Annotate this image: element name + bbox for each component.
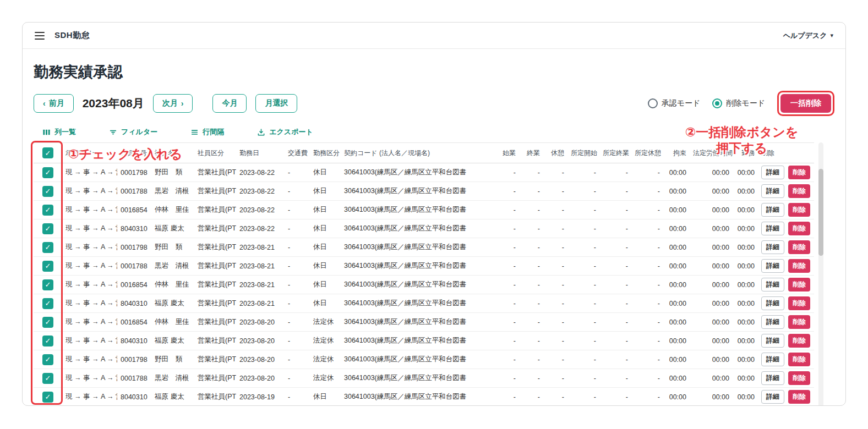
filter-button[interactable]: フィルター (109, 127, 157, 137)
work-type-cell: 休日 (310, 163, 341, 182)
scheduled-end-cell: - (599, 182, 631, 201)
row-spacing-button[interactable]: 行間隔 (190, 127, 224, 137)
check-icon: ✓ (45, 299, 51, 307)
work-hours-cell: 00:00 (733, 163, 758, 182)
delete-button[interactable]: 削除 (788, 259, 810, 273)
scheduled-start-cell: - (567, 388, 599, 406)
prev-month-button[interactable]: ‹ 前月 (34, 94, 74, 113)
delete-button[interactable]: 削除 (788, 222, 810, 235)
detail-button[interactable]: 詳細 (761, 334, 784, 348)
header-scheduled-end: 所定終業 (599, 143, 631, 163)
approve-mode-radio[interactable]: 承認モード (648, 98, 701, 108)
select-all-checkbox[interactable]: ✓ (42, 147, 53, 158)
detail-button[interactable]: 詳細 (761, 371, 784, 385)
legal-hours-cell: 00:00 (690, 182, 733, 201)
legal-hours-cell: 00:00 (690, 238, 733, 257)
legal-hours-cell: 00:00 (690, 388, 733, 406)
employee-category-cell: 営業社員(PT (194, 276, 236, 294)
help-desk-menu[interactable]: ヘルプデスク ▾ (783, 31, 833, 41)
delete-button[interactable]: 削除 (788, 334, 810, 348)
work-type-cell: 休日 (310, 257, 341, 276)
row-checkbox[interactable]: ✓ (42, 392, 53, 403)
next-month-button[interactable]: 次月 › (153, 94, 193, 113)
this-month-button[interactable]: 今月 (212, 94, 247, 113)
detail-button[interactable]: 詳細 (761, 240, 784, 254)
employee-number-cell: 8040310 (117, 294, 151, 313)
contract-code-cell: 30641003(練馬区／練馬区立平和台図書 (341, 257, 495, 276)
header-employee-number: 社員番号 (117, 143, 151, 163)
work-hours-cell: 00:00 (733, 276, 758, 294)
row-checkbox[interactable]: ✓ (42, 279, 53, 290)
restraint-cell: 00:00 (663, 276, 690, 294)
row-checkbox[interactable]: ✓ (42, 167, 53, 178)
scheduled-break-cell: - (631, 350, 663, 369)
employee-category-cell: 営業社員(PT (194, 369, 236, 388)
detail-button[interactable]: 詳細 (761, 353, 784, 366)
month-select-button[interactable]: 月選択 (255, 94, 297, 113)
detail-button[interactable]: 詳細 (761, 315, 784, 329)
detail-button[interactable]: 詳細 (761, 278, 784, 292)
detail-button[interactable]: 詳細 (761, 296, 784, 310)
delete-button[interactable]: 削除 (788, 166, 810, 179)
header-delete: 削除 (758, 143, 784, 163)
row-checkbox[interactable]: ✓ (42, 205, 53, 216)
delete-button[interactable]: 削除 (788, 203, 810, 217)
row-checkbox[interactable]: ✓ (42, 354, 53, 365)
row-checkbox[interactable]: ✓ (42, 242, 53, 253)
legal-hours-cell: 00:00 (690, 276, 733, 294)
attendance-table-wrap: ✓ 承認フロー 社員番号 社員名 社員区分 勤務日 交通費 勤務区分 契約コード… (34, 142, 834, 406)
check-icon: ✓ (45, 337, 51, 345)
bulk-delete-button[interactable]: 一括削除 (780, 94, 831, 113)
employee-category-cell: 営業社員(PT (194, 294, 236, 313)
radio-checked-icon (712, 98, 722, 108)
vertical-scrollbar[interactable] (818, 142, 823, 406)
restraint-cell: 00:00 (663, 219, 690, 238)
row-checkbox[interactable]: ✓ (42, 298, 53, 309)
work-date-cell: 2023-08-21 (236, 257, 285, 276)
scheduled-break-cell: - (631, 219, 663, 238)
scrollbar-thumb[interactable] (818, 169, 823, 256)
detail-button[interactable]: 詳細 (761, 203, 784, 217)
scheduled-start-cell: - (567, 257, 599, 276)
delete-button[interactable]: 削除 (788, 278, 810, 292)
end-time-cell: - (519, 257, 543, 276)
legal-hours-cell: 00:00 (690, 163, 733, 182)
row-checkbox[interactable]: ✓ (42, 223, 53, 234)
restraint-cell: 00:00 (663, 238, 690, 257)
columns-menu-button[interactable]: 列一覧 (42, 127, 76, 137)
employee-number-cell: 0016854 (117, 201, 151, 219)
export-icon (257, 128, 265, 136)
row-checkbox[interactable]: ✓ (42, 186, 53, 197)
detail-button[interactable]: 詳細 (761, 390, 784, 404)
delete-mode-radio[interactable]: 削除モード (712, 98, 765, 108)
detail-button[interactable]: 詳細 (761, 166, 784, 179)
work-date-cell: 2023-08-19 (236, 388, 285, 406)
work-hours-cell: 00:00 (733, 294, 758, 313)
work-type-cell: 休日 (310, 276, 341, 294)
menu-icon[interactable] (35, 32, 45, 40)
delete-button[interactable]: 削除 (788, 240, 810, 254)
delete-button[interactable]: 削除 (788, 390, 810, 404)
detail-button[interactable]: 詳細 (761, 259, 784, 273)
scheduled-end-cell: - (599, 350, 631, 369)
delete-button[interactable]: 削除 (788, 184, 810, 198)
delete-button[interactable]: 削除 (788, 296, 810, 310)
topbar: SDH勤怠 ヘルプデスク ▾ (23, 23, 845, 49)
table-row: ✓ 現 → 事 → A → 営 0001798 野田 類 営業社員(PT 202… (34, 350, 814, 369)
row-checkbox[interactable]: ✓ (42, 317, 53, 328)
detail-button[interactable]: 詳細 (761, 222, 784, 235)
delete-button[interactable]: 削除 (788, 315, 810, 329)
row-checkbox[interactable]: ✓ (42, 336, 53, 346)
row-checkbox[interactable]: ✓ (42, 373, 53, 384)
scheduled-end-cell: - (599, 332, 631, 350)
scheduled-end-cell: - (599, 276, 631, 294)
export-label: エクスポート (269, 127, 313, 137)
delete-button[interactable]: 削除 (788, 353, 810, 366)
export-button[interactable]: エクスポート (257, 127, 313, 137)
table-body: ✓ 現 → 事 → A → 営 0001798 野田 類 営業社員(PT 202… (34, 163, 814, 406)
row-checkbox[interactable]: ✓ (42, 261, 53, 272)
work-type-cell: 休日 (310, 238, 341, 257)
scheduled-end-cell: - (599, 294, 631, 313)
detail-button[interactable]: 詳細 (761, 184, 784, 198)
delete-button[interactable]: 削除 (788, 371, 810, 385)
